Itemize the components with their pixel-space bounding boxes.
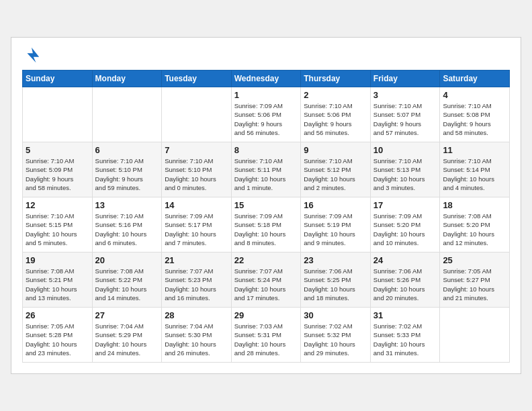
day-info: Sunrise: 7:02 AM Sunset: 5:33 PM Dayligh…: [373, 322, 437, 357]
day-info: Sunrise: 7:10 AM Sunset: 5:11 PM Dayligh…: [234, 156, 298, 192]
calendar-cell: [440, 308, 510, 363]
day-info: Sunrise: 7:05 AM Sunset: 5:28 PM Dayligh…: [26, 322, 89, 357]
calendar-cell: 10Sunrise: 7:10 AM Sunset: 5:13 PM Dayli…: [370, 142, 440, 197]
day-info: Sunrise: 7:08 AM Sunset: 5:22 PM Dayligh…: [95, 267, 159, 302]
calendar-cell: 17Sunrise: 7:09 AM Sunset: 5:20 PM Dayli…: [370, 197, 440, 253]
logo-icon: [22, 46, 41, 64]
day-number: 14: [165, 200, 228, 210]
day-number: 2: [304, 90, 367, 100]
day-number: 3: [373, 90, 437, 100]
day-number: 22: [234, 255, 298, 265]
day-number: 7: [165, 145, 228, 155]
svg-marker-0: [27, 48, 39, 62]
day-info: Sunrise: 7:04 AM Sunset: 5:29 PM Dayligh…: [95, 322, 159, 357]
day-number: 11: [443, 145, 506, 155]
calendar-cell: 8Sunrise: 7:10 AM Sunset: 5:11 PM Daylig…: [231, 142, 301, 197]
day-info: Sunrise: 7:10 AM Sunset: 5:07 PM Dayligh…: [373, 101, 437, 137]
calendar-cell: 18Sunrise: 7:08 AM Sunset: 5:20 PM Dayli…: [440, 197, 510, 253]
calendar-cell: 23Sunrise: 7:06 AM Sunset: 5:25 PM Dayli…: [301, 253, 371, 308]
day-number: 15: [234, 200, 298, 210]
calendar-header: [22, 46, 510, 64]
calendar-cell: 20Sunrise: 7:08 AM Sunset: 5:22 PM Dayli…: [92, 253, 162, 308]
day-number: 20: [95, 255, 159, 265]
weekday-header-saturday: Saturday: [440, 71, 510, 87]
day-number: 1: [234, 90, 298, 100]
calendar-cell: 14Sunrise: 7:09 AM Sunset: 5:17 PM Dayli…: [162, 197, 232, 253]
day-number: 6: [95, 145, 159, 155]
day-number: 16: [304, 200, 367, 210]
day-number: 12: [26, 200, 89, 210]
calendar-cell: 11Sunrise: 7:10 AM Sunset: 5:14 PM Dayli…: [440, 142, 510, 197]
calendar-cell: 25Sunrise: 7:05 AM Sunset: 5:27 PM Dayli…: [440, 253, 510, 308]
calendar-cell: 29Sunrise: 7:03 AM Sunset: 5:31 PM Dayli…: [231, 308, 301, 363]
calendar-container: SundayMondayTuesdayWednesdayThursdayFrid…: [11, 37, 521, 374]
calendar-cell: [162, 87, 232, 142]
calendar-cell: 6Sunrise: 7:10 AM Sunset: 5:10 PM Daylig…: [92, 142, 162, 197]
day-info: Sunrise: 7:10 AM Sunset: 5:12 PM Dayligh…: [304, 156, 367, 192]
weekday-header-sunday: Sunday: [23, 71, 93, 87]
day-number: 26: [26, 310, 89, 320]
day-number: 28: [165, 310, 228, 320]
day-info: Sunrise: 7:10 AM Sunset: 5:09 PM Dayligh…: [26, 156, 89, 192]
day-info: Sunrise: 7:09 AM Sunset: 5:17 PM Dayligh…: [165, 212, 228, 247]
calendar-cell: 2Sunrise: 7:10 AM Sunset: 5:06 PM Daylig…: [301, 87, 371, 142]
day-info: Sunrise: 7:10 AM Sunset: 5:16 PM Dayligh…: [95, 212, 159, 247]
weekday-header-friday: Friday: [370, 71, 440, 87]
day-number: 17: [373, 200, 437, 210]
day-number: 25: [443, 255, 506, 265]
calendar-table: SundayMondayTuesdayWednesdayThursdayFrid…: [22, 70, 510, 363]
weekday-header-monday: Monday: [92, 71, 162, 87]
calendar-cell: 9Sunrise: 7:10 AM Sunset: 5:12 PM Daylig…: [301, 142, 371, 197]
calendar-cell: 21Sunrise: 7:07 AM Sunset: 5:23 PM Dayli…: [162, 253, 232, 308]
day-info: Sunrise: 7:10 AM Sunset: 5:10 PM Dayligh…: [165, 156, 228, 192]
calendar-cell: 28Sunrise: 7:04 AM Sunset: 5:30 PM Dayli…: [162, 308, 232, 363]
day-number: 30: [304, 310, 367, 320]
calendar-cell: 1Sunrise: 7:09 AM Sunset: 5:06 PM Daylig…: [231, 87, 301, 142]
calendar-cell: 22Sunrise: 7:07 AM Sunset: 5:24 PM Dayli…: [231, 253, 301, 308]
day-info: Sunrise: 7:09 AM Sunset: 5:06 PM Dayligh…: [234, 101, 298, 137]
day-number: 19: [26, 255, 89, 265]
day-info: Sunrise: 7:10 AM Sunset: 5:08 PM Dayligh…: [443, 101, 506, 137]
day-info: Sunrise: 7:09 AM Sunset: 5:20 PM Dayligh…: [373, 212, 437, 247]
calendar-cell: 5Sunrise: 7:10 AM Sunset: 5:09 PM Daylig…: [23, 142, 93, 197]
day-number: 10: [373, 145, 437, 155]
calendar-cell: 13Sunrise: 7:10 AM Sunset: 5:16 PM Dayli…: [92, 197, 162, 253]
day-info: Sunrise: 7:03 AM Sunset: 5:31 PM Dayligh…: [234, 322, 298, 357]
day-info: Sunrise: 7:10 AM Sunset: 5:06 PM Dayligh…: [304, 101, 367, 137]
weekday-header-thursday: Thursday: [301, 71, 371, 87]
calendar-cell: [23, 87, 93, 142]
day-info: Sunrise: 7:08 AM Sunset: 5:21 PM Dayligh…: [26, 267, 89, 302]
day-info: Sunrise: 7:10 AM Sunset: 5:14 PM Dayligh…: [443, 156, 506, 192]
calendar-cell: 27Sunrise: 7:04 AM Sunset: 5:29 PM Dayli…: [92, 308, 162, 363]
day-info: Sunrise: 7:02 AM Sunset: 5:32 PM Dayligh…: [304, 322, 367, 357]
day-info: Sunrise: 7:07 AM Sunset: 5:23 PM Dayligh…: [165, 267, 228, 302]
day-info: Sunrise: 7:09 AM Sunset: 5:19 PM Dayligh…: [304, 212, 367, 247]
day-number: 4: [443, 90, 506, 100]
calendar-cell: 19Sunrise: 7:08 AM Sunset: 5:21 PM Dayli…: [23, 253, 93, 308]
day-info: Sunrise: 7:10 AM Sunset: 5:15 PM Dayligh…: [26, 212, 89, 247]
day-info: Sunrise: 7:05 AM Sunset: 5:27 PM Dayligh…: [443, 267, 506, 302]
day-info: Sunrise: 7:04 AM Sunset: 5:30 PM Dayligh…: [165, 322, 228, 357]
weekday-header-wednesday: Wednesday: [231, 71, 301, 87]
weekday-header-tuesday: Tuesday: [162, 71, 232, 87]
logo: [22, 46, 44, 64]
day-number: 9: [304, 145, 367, 155]
day-number: 23: [304, 255, 367, 265]
day-number: 29: [234, 310, 298, 320]
calendar-cell: 30Sunrise: 7:02 AM Sunset: 5:32 PM Dayli…: [301, 308, 371, 363]
calendar-cell: 16Sunrise: 7:09 AM Sunset: 5:19 PM Dayli…: [301, 197, 371, 253]
day-info: Sunrise: 7:06 AM Sunset: 5:26 PM Dayligh…: [373, 267, 437, 302]
day-number: 13: [95, 200, 159, 210]
day-info: Sunrise: 7:10 AM Sunset: 5:10 PM Dayligh…: [95, 156, 159, 192]
day-info: Sunrise: 7:09 AM Sunset: 5:18 PM Dayligh…: [234, 212, 298, 247]
calendar-cell: 7Sunrise: 7:10 AM Sunset: 5:10 PM Daylig…: [162, 142, 232, 197]
day-number: 21: [165, 255, 228, 265]
day-number: 5: [26, 145, 89, 155]
calendar-cell: 4Sunrise: 7:10 AM Sunset: 5:08 PM Daylig…: [440, 87, 510, 142]
calendar-cell: 3Sunrise: 7:10 AM Sunset: 5:07 PM Daylig…: [370, 87, 440, 142]
day-number: 18: [443, 200, 506, 210]
day-number: 24: [373, 255, 437, 265]
day-number: 31: [373, 310, 437, 320]
day-number: 27: [95, 310, 159, 320]
calendar-cell: 31Sunrise: 7:02 AM Sunset: 5:33 PM Dayli…: [370, 308, 440, 363]
